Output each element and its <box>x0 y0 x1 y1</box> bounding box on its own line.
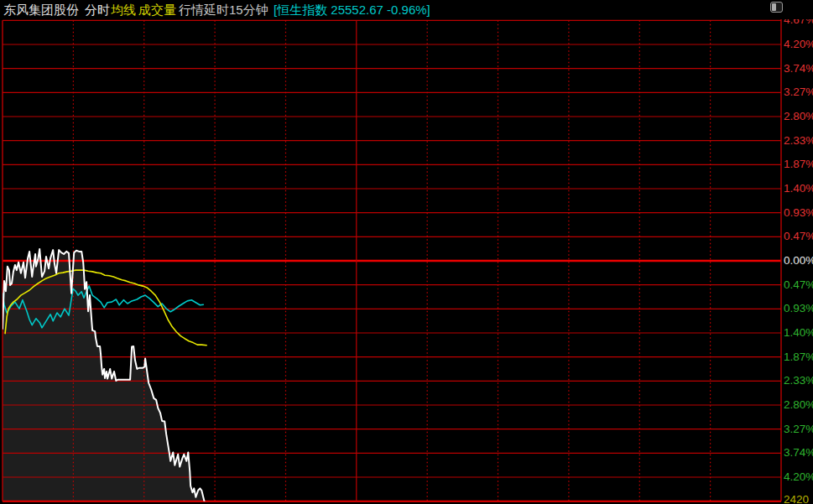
stock-name[interactable]: 东风集团股份 <box>3 0 79 19</box>
tab-volume[interactable]: 成交量 <box>138 0 176 19</box>
hang-seng-index-quote[interactable]: [恒生指数 25552.67 -0.96%] <box>274 0 430 19</box>
header-bar: 东风集团股份 分时 均线 成交量 行情延时15分钟 [恒生指数 25552.67… <box>0 0 813 19</box>
tab-moving-average[interactable]: 均线 <box>111 0 136 19</box>
side-panel-toggle-bar <box>772 3 776 11</box>
quote-delay-note: 行情延时15分钟 <box>179 0 268 19</box>
side-panel-toggle-icon[interactable] <box>770 2 783 13</box>
tab-timeshare[interactable]: 分时 <box>85 0 110 19</box>
intraday-chart[interactable] <box>0 0 813 504</box>
